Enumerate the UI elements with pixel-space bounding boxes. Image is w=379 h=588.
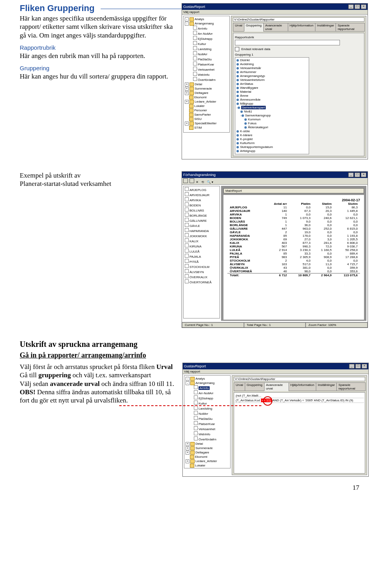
preview-side-item[interactable]: ARVIKA — [185, 197, 218, 202]
group-item[interactable]: Slutrapporteringsdatum — [236, 145, 308, 149]
tree-item[interactable]: Överfördafrn — [186, 436, 229, 442]
tree-item[interactable]: Lokaler — [186, 463, 229, 468]
tree-item[interactable]: Personer — [185, 108, 228, 112]
tree-item[interactable]: Överfördafrn — [185, 77, 228, 82]
advanced-grid[interactable]: (not (T_Arr.MallI… (T_ArrStatus.Kod <= 1… — [234, 392, 365, 474]
tree-item[interactable]: Landsting — [186, 406, 229, 411]
tree-item[interactable]: Landsting — [185, 46, 228, 51]
preview-side-item[interactable]: GÄVLE — [185, 223, 218, 228]
group-item[interactable]: Material — [236, 90, 308, 94]
report-tab[interactable]: MainReport — [223, 188, 364, 193]
tree-item[interactable]: Arr-NollArr — [186, 390, 229, 395]
tree-item[interactable]: Kultur — [185, 41, 228, 46]
group-item[interactable]: Distrikt — [236, 58, 308, 62]
tab-hj-lp-information[interactable]: Hjälp/Information — [288, 23, 315, 32]
tree-item[interactable]: +DetaI — [186, 442, 229, 446]
tree-item[interactable]: +DetaI — [185, 82, 228, 86]
tree-item[interactable]: Arr-NollArr — [185, 31, 228, 36]
close-icon[interactable]: × — [362, 364, 367, 369]
preview-side-item[interactable]: HAPARANDA — [185, 228, 218, 233]
preview-sidebar[interactable]: ARJEPLOGARVIDSJAURARVIKABODENBOLLNÄSBORL… — [183, 186, 220, 318]
preview-side-item[interactable]: ÄLVSBYN — [185, 269, 218, 274]
tree-item[interactable]: -Analys — [185, 17, 228, 21]
group-item[interactable]: ArrNummer — [236, 70, 308, 74]
max-icon[interactable]: □ — [355, 172, 360, 177]
report-tree[interactable]: -Analys-ArrangemangArrInfoArr-NollArrEjS… — [183, 16, 230, 133]
tree-item[interactable]: Personer — [186, 468, 229, 468]
tree-item[interactable]: +Summerade — [185, 86, 228, 91]
tab-gruppering[interactable]: Gruppering — [244, 23, 264, 32]
tree-item[interactable]: SamvParter — [185, 112, 228, 117]
group-item[interactable]: Nivå1 — [236, 110, 308, 114]
group-item[interactable]: Verksamhetsår — [236, 66, 308, 70]
close-icon[interactable]: × — [361, 4, 366, 9]
group-item[interactable]: K-stöle — [236, 129, 308, 133]
preview-side-item[interactable]: JOKKMOKK — [185, 233, 218, 238]
tab-gruppering[interactable]: Gruppering — [245, 382, 265, 391]
max-icon[interactable]: □ — [355, 4, 360, 9]
tree-item[interactable]: EjSlutrapp — [185, 36, 228, 41]
group-item[interactable]: Ålderskategori — [236, 125, 308, 129]
tab-avancerade-urval[interactable]: Avancerade urval — [264, 382, 289, 391]
tree-item[interactable]: Ekonomi — [186, 455, 229, 459]
tree-item[interactable]: Ekonomi — [185, 95, 228, 99]
tree-item[interactable]: PlaStaSlu — [185, 56, 228, 62]
group-item[interactable]: Ämne — [236, 94, 308, 98]
close-icon[interactable]: × — [361, 172, 366, 177]
group-item[interactable]: Kommun — [236, 118, 308, 122]
group-item[interactable]: Kulturform — [236, 141, 308, 145]
grid-row[interactable]: (T_ArrStatus.Kod <= 11) AND (T_Arr.Verks… — [235, 398, 364, 403]
tab-hj-lp-information[interactable]: Hjälp/Information — [289, 382, 316, 391]
preview-side-item[interactable]: PAJALA — [185, 254, 218, 259]
tree-item[interactable]: +SpecialEtiketter — [185, 121, 228, 125]
group-item[interactable]: WandBygare — [236, 86, 308, 90]
tree-item[interactable]: Verksamhet — [186, 426, 229, 431]
tab-inst-llningar[interactable]: Inställningar — [315, 23, 336, 32]
tree-item[interactable]: +Deltagare — [186, 450, 229, 455]
tree-item[interactable]: EjSlutrapp — [186, 395, 229, 401]
input-rapportrubrik[interactable] — [235, 40, 340, 45]
tree-item[interactable]: ArrInfo — [185, 26, 228, 31]
preview-side-item[interactable]: ARJEPLOG — [185, 187, 218, 192]
group-item[interactable]: Avdelning — [236, 62, 308, 66]
checkbox-endast[interactable] — [235, 47, 239, 51]
tree-item[interactable]: PlaStaSlu — [186, 416, 229, 421]
group-item[interactable]: K-bärare — [236, 133, 308, 137]
group-item[interactable]: Ämnesområde — [236, 98, 308, 102]
tree-item[interactable]: +Ledare_Artister — [185, 99, 228, 104]
group-item[interactable]: Målgrupp — [236, 102, 308, 106]
min-icon[interactable]: _ — [349, 364, 355, 369]
tree-item[interactable]: -Arrangemang — [186, 381, 229, 385]
preview-side-item[interactable]: STOCKHOLM — [185, 264, 218, 269]
group-item[interactable]: ArrStatus — [236, 82, 308, 86]
tree-item[interactable]: -Analys — [186, 376, 229, 381]
preview-side-item[interactable]: ÖVERKALIX — [185, 274, 218, 279]
tree-item[interactable]: SISU — [185, 117, 228, 121]
preview-side-item[interactable]: PITEÅ — [185, 259, 218, 264]
grid-row[interactable]: (not (T_Arr.MallI… — [235, 393, 364, 398]
group-item[interactable]: Arrangemangstyp — [236, 74, 308, 78]
grouping-tree[interactable]: DistriktAvdelningVerksamhetsårArrNummerA… — [235, 57, 309, 154]
tab-urval[interactable]: Urval — [234, 382, 245, 391]
tree-item[interactable]: WebInfo — [185, 72, 228, 77]
group-item[interactable]: Startdatum — [236, 153, 308, 154]
tree-item[interactable]: Lokaler — [185, 104, 228, 108]
tree-item[interactable]: NollArr — [185, 51, 228, 56]
tree-item[interactable]: Verksamhet — [185, 67, 228, 72]
preview-side-item[interactable]: ÖVERTORNEÅ — [185, 279, 218, 285]
tree-item[interactable]: PlatserKvar — [186, 421, 229, 426]
preview-side-item[interactable]: LULEÅ — [185, 249, 218, 254]
tree-item[interactable]: NollArr — [186, 411, 229, 416]
preview-side-item[interactable]: ARVIDSJAUR — [185, 192, 218, 197]
tab-inst-llningar[interactable]: Inställningar — [316, 382, 337, 391]
tab-sparade-rapporturval[interactable]: Sparade rapporturval — [336, 23, 365, 32]
min-icon[interactable]: _ — [348, 172, 354, 177]
tab-sparade-rapporturval[interactable]: Sparade rapporturval — [336, 382, 366, 391]
tree-item[interactable]: +Deltagare — [185, 91, 228, 95]
tree-item[interactable]: STIM — [185, 125, 228, 130]
tree-item[interactable]: +Summerade — [186, 446, 229, 450]
preview-toolbar[interactable]: ✕ ⟲ 🔍 ▾ — [182, 178, 368, 185]
preview-side-item[interactable]: BODEN — [185, 202, 218, 208]
tree-item[interactable]: PlatserKvar — [185, 62, 228, 67]
preview-side-item[interactable]: BORLÄNGE — [185, 213, 218, 218]
